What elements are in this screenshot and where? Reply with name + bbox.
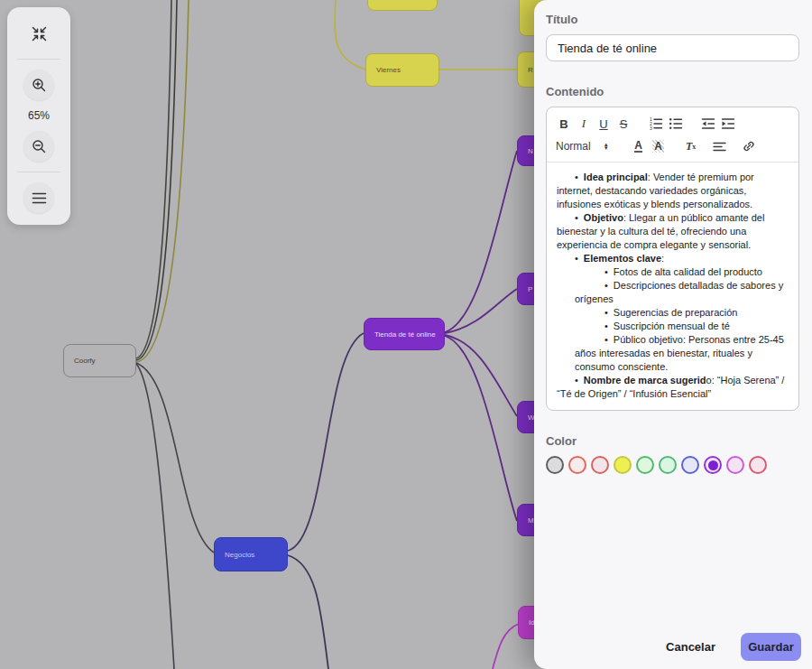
cancel-button[interactable]: Cancelar (653, 633, 728, 661)
content-list-item: •Fotos de alta calidad del producto (575, 265, 789, 279)
heading-format-select[interactable]: Normal ▲▼ (556, 140, 609, 153)
content-list-item: •Suscripción mensual de té (575, 320, 789, 333)
italic-button[interactable]: I (576, 116, 592, 132)
title-label: Título (546, 13, 800, 26)
fit-view-button[interactable] (23, 18, 54, 49)
mindmap-node-tienda[interactable]: Tienda de té online (364, 318, 445, 350)
content-list-item: •Público objetivo: Personas entre 25-45 … (575, 333, 789, 374)
content-label: Contenido (546, 85, 800, 98)
content-list-item: •Elementos clave: (557, 252, 789, 265)
bullet-list-button[interactable] (668, 116, 684, 132)
bullet-list-icon (669, 117, 683, 130)
content-list-item: •Sugerencias de preparación (575, 306, 789, 320)
color-swatch[interactable] (546, 456, 564, 474)
content-list-item: •Nombre de marca sugerido: “Hoja Serena”… (557, 374, 789, 401)
color-swatch[interactable] (749, 456, 767, 474)
ordered-list-button[interactable]: 1 2 3 (648, 116, 664, 132)
zoom-in-icon (32, 78, 47, 93)
editor-toolbar: B I U S 1 2 3 (547, 107, 798, 163)
rich-text-editor: B I U S 1 2 3 (546, 107, 799, 411)
color-swatch[interactable] (681, 456, 699, 474)
hamburger-icon (32, 192, 47, 204)
color-swatch[interactable] (636, 456, 654, 474)
align-icon (713, 142, 726, 152)
strikethrough-button[interactable]: S (615, 116, 632, 132)
title-input[interactable] (546, 34, 799, 61)
zoom-out-icon (32, 139, 47, 154)
color-label: Color (546, 434, 800, 448)
underline-button[interactable]: U (595, 116, 612, 132)
clear-format-button[interactable]: Tx (683, 138, 699, 154)
content-list-item: •Idea principal: Vender té premium por i… (557, 171, 789, 211)
save-button[interactable]: Guardar (741, 633, 801, 661)
svg-text:3: 3 (650, 125, 652, 130)
bold-button[interactable]: B (556, 116, 572, 132)
color-swatch[interactable] (726, 456, 744, 474)
canvas-toolbar: 65% (7, 7, 70, 225)
menu-button[interactable] (23, 182, 54, 213)
outdent-icon (701, 117, 715, 130)
zoom-out-button[interactable] (23, 131, 54, 162)
node-edit-panel: Título Contenido B I U S 1 2 3 (534, 0, 812, 669)
color-swatch[interactable] (591, 456, 609, 474)
app-canvas[interactable]: CoorfyNegociosTienda de té onlineViernes… (0, 0, 812, 669)
divider (17, 172, 60, 172)
mindmap-node-negocios[interactable]: Negocios (214, 537, 288, 571)
divider (17, 59, 60, 60)
panel-actions: Cancelar Guardar (653, 633, 801, 661)
content-list-item: •Descripciones detalladas de sabores y o… (575, 279, 789, 306)
selected-color-dot (708, 460, 718, 470)
text-color-button[interactable]: A (631, 138, 647, 154)
heading-format-value: Normal (556, 140, 591, 153)
color-swatch-selected[interactable] (704, 456, 722, 474)
outdent-button[interactable] (700, 116, 716, 132)
content-list[interactable]: •Idea principal: Vender té premium por i… (547, 163, 798, 410)
link-icon (742, 139, 756, 153)
zoom-level: 65% (28, 109, 50, 122)
chevron-updown-icon: ▲▼ (604, 143, 609, 150)
indent-button[interactable] (720, 116, 736, 132)
content-list-item: •Objetivo: Llegar a un público amante de… (557, 211, 789, 252)
collapse-arrows-icon (31, 25, 48, 42)
ordered-list-icon: 1 2 3 (649, 117, 663, 130)
color-swatches (546, 456, 800, 474)
mindmap-node-viernes[interactable]: Viernes (365, 53, 439, 87)
color-swatch[interactable] (568, 456, 586, 474)
align-button[interactable] (712, 138, 728, 154)
color-swatch[interactable] (614, 456, 632, 474)
color-swatch[interactable] (659, 456, 677, 474)
mindmap-node-coorfy[interactable]: Coorfy (63, 344, 136, 377)
mindmap-node-frag-yellow-top[interactable] (367, 0, 438, 11)
highlight-color-button[interactable]: A (651, 138, 667, 154)
zoom-in-button[interactable] (23, 70, 54, 100)
link-button[interactable] (741, 138, 757, 154)
indent-icon (721, 117, 735, 130)
